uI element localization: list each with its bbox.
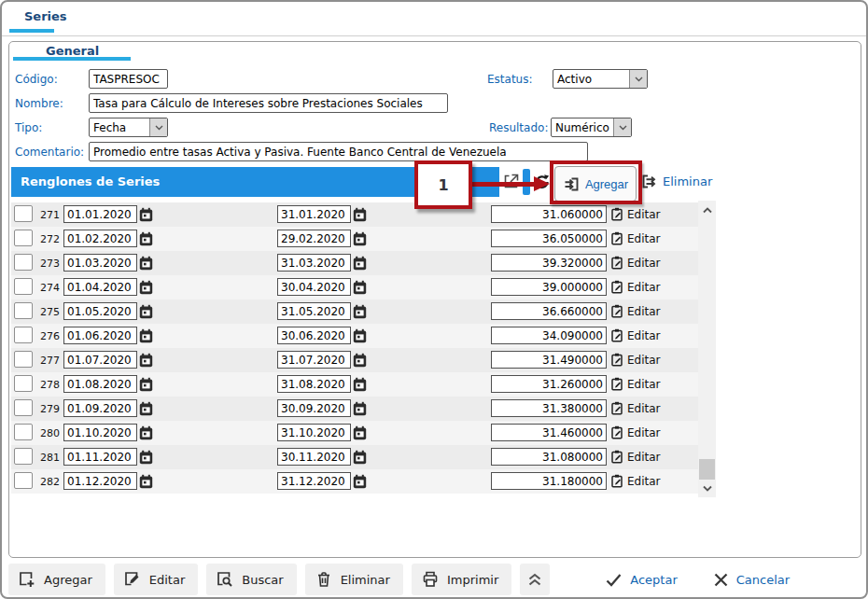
edit-row-icon[interactable] [610,207,623,221]
calendar-icon[interactable] [139,304,153,319]
toolbar-agregar-button[interactable]: Agregar [8,564,105,595]
calendar-icon[interactable] [139,377,153,392]
date-from-input[interactable] [63,254,137,272]
value-input[interactable] [491,424,607,441]
calendar-icon[interactable] [139,474,153,489]
calendar-icon[interactable] [139,280,153,295]
date-to-input[interactable] [277,399,351,417]
calendar-icon[interactable] [139,401,153,416]
date-to-input[interactable] [277,472,351,490]
value-input[interactable] [491,472,607,490]
date-to-input[interactable] [277,448,351,466]
nombre-input[interactable] [89,93,448,113]
date-to-input[interactable] [277,254,351,272]
edit-row-icon[interactable] [610,304,623,318]
cancelar-button[interactable]: Cancelar [707,571,795,589]
row-checkbox[interactable] [14,472,33,489]
row-edit-label[interactable]: Editar [627,426,661,439]
toolbar-imprimir-button[interactable]: Imprimir [412,564,511,595]
calendar-icon[interactable] [353,474,367,489]
tipo-select[interactable]: Fecha [89,118,168,137]
calendar-icon[interactable] [139,231,153,246]
edit-row-icon[interactable] [610,377,623,391]
edit-row-icon[interactable] [610,401,623,415]
date-from-input[interactable] [63,448,137,466]
vertical-scrollbar[interactable] [698,201,716,497]
value-input[interactable] [491,399,607,417]
tab-general[interactable]: General [46,44,99,58]
row-edit-label[interactable]: Editar [627,329,661,342]
edit-row-icon[interactable] [610,280,623,294]
scroll-up-icon[interactable] [698,202,716,217]
value-input[interactable] [491,278,607,296]
codigo-input[interactable] [89,69,168,89]
date-from-input[interactable] [63,351,137,369]
date-from-input[interactable] [63,230,137,247]
comentario-input[interactable] [89,142,588,161]
scroll-down-icon[interactable] [698,481,716,495]
date-from-input[interactable] [63,424,137,441]
value-input[interactable] [491,254,607,272]
chevron-down-icon[interactable] [629,70,647,88]
row-edit-label[interactable]: Editar [627,281,661,294]
row-checkbox[interactable] [14,205,33,222]
row-edit-label[interactable]: Editar [627,208,661,221]
calendar-icon[interactable] [139,328,153,343]
date-to-input[interactable] [277,375,351,393]
scrollbar-thumb[interactable] [699,459,715,480]
date-to-input[interactable] [277,278,351,296]
row-checkbox[interactable] [14,278,33,295]
calendar-icon[interactable] [353,353,367,368]
value-input[interactable] [491,302,607,320]
date-to-input[interactable] [277,302,351,320]
edit-row-icon[interactable] [610,474,623,488]
date-to-input[interactable] [277,424,351,441]
date-from-input[interactable] [63,205,137,223]
estatus-select[interactable]: Activo [553,69,648,89]
row-checkbox[interactable] [14,230,33,246]
row-edit-label[interactable]: Editar [627,475,661,488]
value-input[interactable] [491,351,607,369]
date-from-input[interactable] [63,278,137,296]
toolbar-buscar-button[interactable]: Buscar [206,564,296,595]
edit-row-icon[interactable] [610,450,623,464]
row-checkbox[interactable] [14,448,33,465]
edit-row-icon[interactable] [610,425,623,439]
date-to-input[interactable] [277,327,351,344]
date-to-input[interactable] [277,205,351,223]
calendar-icon[interactable] [139,425,153,440]
row-edit-label[interactable]: Editar [627,257,661,270]
calendar-icon[interactable] [139,207,153,222]
calendar-icon[interactable] [353,377,367,392]
toolbar-eliminar-button[interactable]: Eliminar [305,564,403,595]
calendar-icon[interactable] [139,450,153,465]
row-checkbox[interactable] [14,254,33,271]
toolbar-editar-button[interactable]: Editar [114,564,199,595]
calendar-icon[interactable] [353,256,367,271]
calendar-icon[interactable] [353,280,367,295]
calendar-icon[interactable] [353,425,367,440]
date-from-input[interactable] [63,399,137,417]
row-edit-label[interactable]: Editar [627,378,661,391]
value-input[interactable] [491,230,607,247]
row-checkbox[interactable] [14,424,33,440]
row-edit-label[interactable]: Editar [627,402,661,415]
row-checkbox[interactable] [14,351,33,368]
date-from-input[interactable] [63,302,137,320]
collapse-toolbar-button[interactable] [520,564,550,595]
date-from-input[interactable] [63,472,137,490]
row-checkbox[interactable] [14,327,33,343]
calendar-icon[interactable] [353,450,367,465]
aceptar-button[interactable]: Aceptar [599,571,682,589]
row-checkbox[interactable] [14,302,33,319]
chevron-down-icon[interactable] [149,118,167,136]
row-checkbox[interactable] [14,399,33,416]
value-input[interactable] [491,327,607,344]
row-edit-label[interactable]: Editar [627,451,661,464]
value-input[interactable] [491,448,607,466]
edit-row-icon[interactable] [610,231,623,245]
value-input[interactable] [491,375,607,393]
calendar-icon[interactable] [353,304,367,319]
calendar-icon[interactable] [139,353,153,368]
calendar-icon[interactable] [139,256,153,271]
